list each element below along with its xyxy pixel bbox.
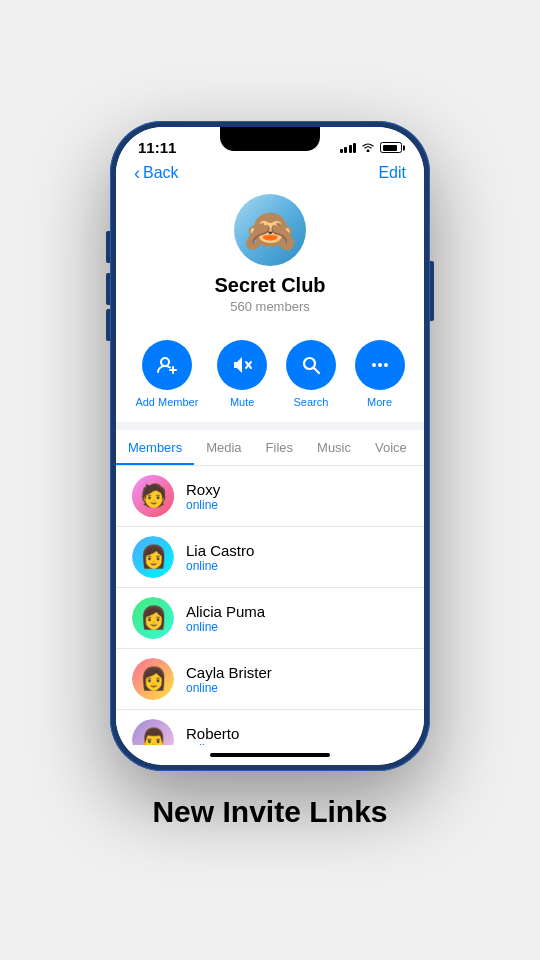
mute-icon-circle: [217, 340, 267, 390]
phone-screen: 11:11: [116, 127, 424, 765]
nav-bar: ‹ Back Edit: [116, 160, 424, 188]
member-info: Cayla Brister online: [186, 664, 272, 695]
svg-point-8: [378, 363, 382, 367]
more-icon-circle: [355, 340, 405, 390]
add-member-button[interactable]: Add Member: [135, 340, 198, 408]
member-info: Lia Castro online: [186, 542, 254, 573]
avatar: 👨: [132, 719, 174, 745]
member-item[interactable]: 🧑 Roxy online: [116, 466, 424, 527]
search-button[interactable]: Search: [286, 340, 336, 408]
notch: [220, 127, 320, 151]
tab-members[interactable]: Members: [116, 430, 194, 465]
edit-button[interactable]: Edit: [378, 164, 406, 182]
group-avatar-emoji: 🙈: [244, 206, 296, 255]
phone-wrapper: 11:11: [110, 121, 430, 771]
group-members-count: 560 members: [230, 299, 309, 314]
more-button[interactable]: More: [355, 340, 405, 408]
mute-button[interactable]: Mute: [217, 340, 267, 408]
member-info: Roxy online: [186, 481, 220, 512]
signal-icon: [340, 143, 357, 153]
tab-files[interactable]: Files: [254, 430, 305, 465]
group-avatar: 🙈: [234, 194, 306, 266]
chevron-left-icon: ‹: [134, 164, 140, 182]
battery-icon: [380, 142, 402, 153]
status-time: 11:11: [138, 139, 176, 156]
member-item[interactable]: 👨 Roberto online: [116, 710, 424, 745]
status-icons: [340, 141, 403, 154]
svg-point-9: [384, 363, 388, 367]
tab-music[interactable]: Music: [305, 430, 363, 465]
action-buttons: Add Member Mute: [116, 328, 424, 422]
page-label: New Invite Links: [152, 795, 387, 829]
section-divider: [116, 422, 424, 430]
tab-media[interactable]: Media: [194, 430, 253, 465]
avatar: 👩: [132, 597, 174, 639]
member-item[interactable]: 👩 Lia Castro online: [116, 527, 424, 588]
search-label: Search: [293, 396, 328, 408]
group-header: 🙈 Secret Club 560 members: [116, 188, 424, 328]
back-button[interactable]: ‹ Back: [134, 164, 179, 182]
tabs-bar: Members Media Files Music Voice Li…: [116, 430, 424, 466]
more-label: More: [367, 396, 392, 408]
tab-links[interactable]: Li…: [419, 430, 424, 465]
add-member-label: Add Member: [135, 396, 198, 408]
wifi-icon: [361, 141, 375, 154]
svg-line-6: [313, 368, 319, 374]
avatar: 👩: [132, 658, 174, 700]
home-bar: [210, 753, 330, 757]
svg-point-7: [372, 363, 376, 367]
avatar: 👩: [132, 536, 174, 578]
phone-frame: 11:11: [110, 121, 430, 771]
add-member-icon-circle: [142, 340, 192, 390]
avatar: 🧑: [132, 475, 174, 517]
mute-label: Mute: [230, 396, 254, 408]
member-info: Roberto online: [186, 725, 239, 746]
back-label: Back: [143, 164, 179, 182]
svg-point-0: [161, 358, 169, 366]
members-list: 🧑 Roxy online 👩 Lia Cast: [116, 466, 424, 745]
tab-voice[interactable]: Voice: [363, 430, 419, 465]
group-name: Secret Club: [214, 274, 325, 297]
search-icon-circle: [286, 340, 336, 390]
member-info: Alicia Puma online: [186, 603, 265, 634]
home-indicator: [116, 745, 424, 765]
member-item[interactable]: 👩 Alicia Puma online: [116, 588, 424, 649]
member-item[interactable]: 👩 Cayla Brister online: [116, 649, 424, 710]
